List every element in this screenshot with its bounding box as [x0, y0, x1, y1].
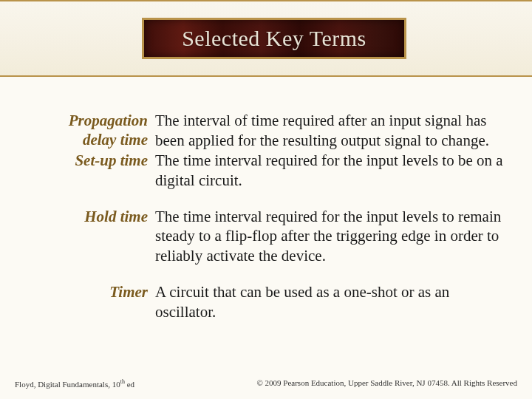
- footer-left-suffix: ed: [125, 380, 134, 389]
- footer: Floyd, Digital Fundamentals, 10th ed © 2…: [15, 378, 517, 389]
- title-box: Selected Key Terms: [142, 18, 406, 59]
- term-def-setup: The time interval required for the input…: [155, 151, 508, 191]
- term-label-timer: Timer: [35, 282, 155, 301]
- slide-title: Selected Key Terms: [182, 26, 366, 51]
- term-label-setup: Set-up time: [35, 151, 155, 170]
- term-row-setup: Set-up time The time interval required f…: [35, 151, 508, 191]
- slide: Selected Key Terms Propagation delay tim…: [0, 0, 532, 399]
- footer-left: Floyd, Digital Fundamentals, 10th ed: [15, 378, 134, 389]
- header-region: Selected Key Terms: [0, 0, 532, 77]
- term-def-timer: A circuit that can be used as a one-shot…: [155, 282, 508, 322]
- header-rule-bottom: [0, 75, 532, 77]
- footer-right: © 2009 Pearson Education, Upper Saddle R…: [256, 378, 517, 389]
- term-def-propagation: The interval of time required after an i…: [155, 111, 508, 151]
- term-label-hold: Hold time: [35, 207, 155, 226]
- term-row-timer: Timer A circuit that can be used as a on…: [35, 282, 508, 322]
- term-def-hold: The time interval required for the input…: [155, 207, 508, 267]
- term-row-hold: Hold time The time interval required for…: [35, 207, 508, 267]
- header-rule-top: [0, 0, 532, 1]
- term-label-propagation: Propagation delay time: [35, 111, 155, 150]
- content-area: Propagation delay time The interval of t…: [35, 111, 508, 332]
- term-row-propagation: Propagation delay time The interval of t…: [35, 111, 508, 151]
- footer-left-prefix: Floyd, Digital Fundamentals, 10: [15, 380, 120, 389]
